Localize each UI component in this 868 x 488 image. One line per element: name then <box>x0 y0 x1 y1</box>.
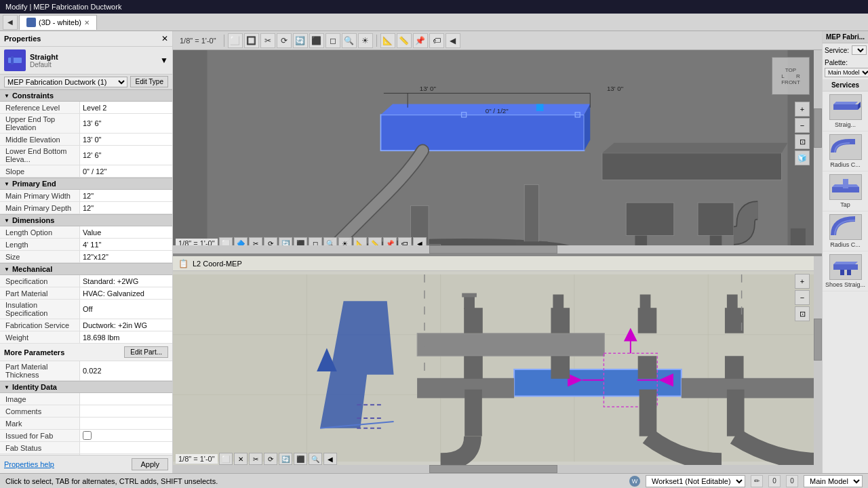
apply-button[interactable]: Apply <box>132 458 168 470</box>
vp2d-scrollbar-v[interactable] <box>814 256 822 465</box>
zoom-in-btn[interactable]: + <box>795 102 810 117</box>
right-item-radius-c-2[interactable]: Radius C... <box>823 211 868 251</box>
prop-lower-end-bottom-eleva: Lower End Bottom Eleva... 12' 6" <box>0 146 172 165</box>
type-selector[interactable]: MEP Fabrication Ductwork (1) <box>4 77 127 87</box>
prop-fabrication-service: Fabrication Service Ductwork: +2in WG <box>0 319 172 331</box>
vp-top-scrollthumb-v[interactable] <box>814 108 822 148</box>
comments-input[interactable] <box>83 407 170 415</box>
radius-c-1-label: Radius C... <box>830 161 861 168</box>
toolbar-btn-4[interactable]: ⟳ <box>277 33 292 48</box>
right-panel: MEP Fabri... Service: Palette: Main Mode… <box>822 31 868 473</box>
toolbar-btn-8[interactable]: 🔍 <box>342 33 357 48</box>
properties-close-btn[interactable]: ✕ <box>161 34 168 43</box>
edit-type-button[interactable]: Edit Type <box>130 76 168 87</box>
vp-top-scrollbar-h[interactable] <box>173 245 814 253</box>
vp2d-btn-2[interactable]: ✕ <box>234 453 248 465</box>
toolbar-btn-14[interactable]: ◀ <box>446 33 460 48</box>
status-btn-3[interactable]: 0 <box>786 475 798 487</box>
toolbar-btn-1[interactable]: ⬜ <box>228 33 243 48</box>
palette-select[interactable]: Main Model <box>825 68 868 77</box>
svg-rect-68 <box>640 294 651 309</box>
tab-close-btn[interactable]: ✕ <box>84 19 90 26</box>
vp2d-scrollthumb-v[interactable] <box>814 319 822 361</box>
bottom-scale-label: 1/8" = 1'-0" <box>176 454 218 464</box>
workset-selector[interactable]: Workset1 (Not Editable) <box>646 475 745 487</box>
tab-label: (3D - whiteb) <box>39 18 81 26</box>
section-primary-end[interactable]: ▼ Primary End <box>0 178 172 190</box>
view-cube-btn[interactable]: 🧊 <box>795 150 810 165</box>
toolbar-btn-2[interactable]: 🔲 <box>244 33 259 48</box>
zoom-fit-btn[interactable]: ⊡ <box>795 134 810 149</box>
vp2d-scrollbar-h[interactable] <box>173 465 814 473</box>
viewport-2d[interactable]: 📋 L2 Coord-MEP <box>173 256 822 473</box>
section-identity-data[interactable]: ▼ Identity Data <box>0 381 172 393</box>
toolbar-btn-12[interactable]: 📌 <box>413 33 428 48</box>
toolbar-btn-6[interactable]: ⬛ <box>309 33 324 48</box>
radius-c-1-icon <box>829 134 862 160</box>
status-btn-2[interactable]: 0 <box>768 475 781 487</box>
model-selector[interactable]: Main Model <box>804 475 863 487</box>
toolbar-btn-13[interactable]: 🏷 <box>429 33 444 48</box>
svg-text:13' 0": 13' 0" <box>607 85 624 92</box>
tab-3d-whiteb[interactable]: (3D - whiteb) ✕ <box>19 15 97 30</box>
svg-text:0" / 1/2": 0" / 1/2" <box>486 107 509 115</box>
svg-rect-65 <box>551 308 570 333</box>
workset-icon: W <box>629 476 640 487</box>
status-message: Click to select, TAB for alternates, CTR… <box>5 477 218 485</box>
toolbar-btn-7[interactable]: ◻ <box>326 33 340 48</box>
prop-weight: Weight 18.698 lbm <box>0 331 172 344</box>
toolbar-btn-10[interactable]: 📐 <box>380 33 395 48</box>
svg-rect-70 <box>727 294 738 309</box>
right-item-tap[interactable]: Tap <box>823 171 868 211</box>
fab-status-input[interactable] <box>83 444 170 452</box>
prop-dropdown-btn[interactable]: ▼ <box>160 56 168 65</box>
toolbar-btn-9[interactable]: ☀ <box>358 33 373 48</box>
vp2d-fit[interactable]: ⊡ <box>795 306 810 321</box>
vp2d-zoom-in[interactable]: + <box>795 274 810 289</box>
vp2d-scrollthumb-h[interactable] <box>429 465 557 473</box>
issued-for-fab-checkbox[interactable] <box>83 431 92 440</box>
svg-rect-95 <box>840 270 844 275</box>
prop-type-name: Straight <box>30 53 156 61</box>
tab-nav-left[interactable]: ◀ <box>3 15 18 30</box>
svg-marker-97 <box>833 262 858 264</box>
svg-rect-66 <box>553 294 564 309</box>
zoom-out-btn[interactable]: − <box>795 118 810 133</box>
mark-input[interactable] <box>83 420 170 428</box>
prop-comments: Comments <box>0 405 172 418</box>
vp2d-zoom-out[interactable]: − <box>795 290 810 305</box>
nav-cube[interactable]: TOP LR FRONT <box>772 57 810 95</box>
toolbar-btn-5[interactable]: 🔄 <box>293 33 308 48</box>
prop-insulation-specification: Insulation Specification Off <box>0 300 172 319</box>
prop-object-icon <box>4 49 26 71</box>
vp2d-btn-8[interactable]: ◀ <box>323 453 337 465</box>
status-btn-1[interactable]: ✏ <box>751 475 763 487</box>
section-dimensions[interactable]: ▼ Dimensions <box>0 214 172 226</box>
section-constraints[interactable]: ▼ Constraints <box>0 89 172 102</box>
radius-c-2-label: Radius C... <box>830 241 861 248</box>
properties-help-link[interactable]: Properties help <box>4 460 54 468</box>
right-item-straight[interactable]: Straig... <box>823 92 868 131</box>
properties-scroll[interactable]: ▼ Constraints Reference Level Level 2 Up… <box>0 89 172 455</box>
right-item-radius-c-1[interactable]: Radius C... <box>823 131 868 171</box>
viewport-3d[interactable]: 13' 0" 0" / 1/2" 13' 0" TOP LR <box>173 50 822 256</box>
vp-top-scrollthumb-h[interactable] <box>429 245 557 253</box>
svg-rect-75 <box>465 390 482 436</box>
vp2d-btn-1[interactable]: ⬜ <box>219 453 233 465</box>
service-select[interactable] <box>852 45 867 55</box>
edit-part-button[interactable]: Edit Part... <box>124 346 168 358</box>
prop-size: Size 12"x12" <box>0 251 172 263</box>
scene-svg-3d: 13' 0" 0" / 1/2" 13' 0" <box>173 50 822 253</box>
vp2d-btn-3[interactable]: ✂ <box>249 453 262 465</box>
svg-rect-14 <box>524 185 538 245</box>
right-item-shoes-straight[interactable]: Shoes Straig... <box>823 251 868 291</box>
vp-top-scrollbar-v[interactable] <box>814 50 822 245</box>
toolbar-btn-3[interactable]: ✂ <box>260 33 275 48</box>
section-mechanical[interactable]: ▼ Mechanical <box>0 263 172 275</box>
toolbar-btn-11[interactable]: 📏 <box>397 33 412 48</box>
vp2d-btn-6[interactable]: ⬛ <box>294 453 307 465</box>
vp2d-btn-5[interactable]: 🔄 <box>279 453 292 465</box>
vp2d-btn-4[interactable]: ⟳ <box>264 453 277 465</box>
vp2d-btn-7[interactable]: 🔍 <box>309 453 322 465</box>
prop-length: Length 4' 11" <box>0 239 172 251</box>
